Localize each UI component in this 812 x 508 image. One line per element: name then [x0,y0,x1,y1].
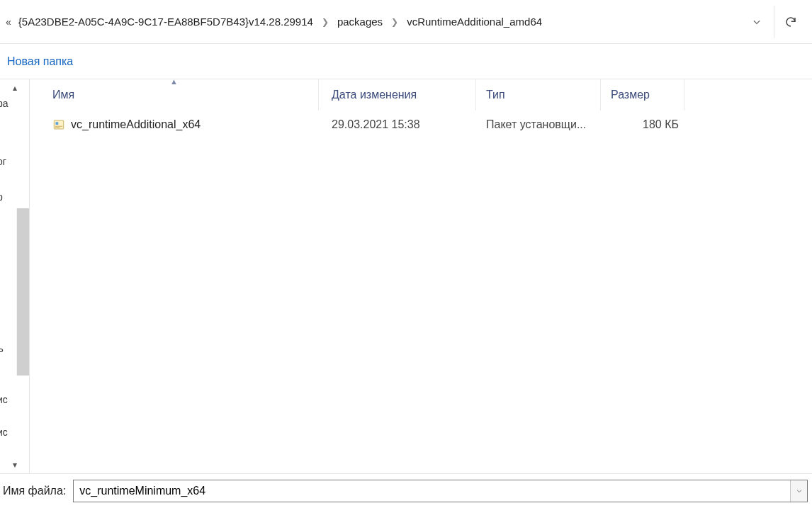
filename-label: Имя файла: [0,485,73,497]
breadcrumb-segment[interactable]: {5A23DBE2-A05C-4A9C-9C17-EA88BF5D7B43}v1… [14,11,317,32]
refresh-icon [784,16,797,28]
scroll-down-icon[interactable]: ▾ [0,456,29,473]
column-header-label: Тип [486,89,505,101]
breadcrumb-segment[interactable]: packages [333,11,387,32]
nav-item-fragment[interactable]: ис [0,427,20,438]
file-list[interactable]: vc_runtimeAdditional_x64 29.03.2021 15:3… [30,111,812,473]
msi-package-icon [52,118,65,131]
svg-rect-0 [54,120,64,129]
chevron-right-icon[interactable]: ❯ [317,17,333,27]
navigation-pane[interactable]: ▴ ра ог р ъ ис ис ▾ [0,79,30,473]
new-folder-button[interactable]: Новая папка [0,50,80,74]
nav-item-fragment[interactable]: ис [0,394,20,405]
column-headers: ▲ Имя Дата изменения Тип Размер [30,79,812,111]
file-type-cell: Пакет установщи... [476,118,601,131]
file-size-cell: 180 КБ [601,118,684,131]
nav-item-fragment[interactable]: ра [0,98,20,109]
file-dialog-root: « {5A23DBE2-A05C-4A9C-9C17-EA88BF5D7B43}… [0,0,812,508]
column-header-label: Имя [52,89,74,101]
scrollbar-thumb[interactable] [16,208,29,376]
table-row[interactable]: vc_runtimeAdditional_x64 29.03.2021 15:3… [30,111,812,139]
file-list-pane: ▲ Имя Дата изменения Тип Размер [30,79,812,473]
nav-item-fragment[interactable]: р [0,191,20,203]
breadcrumb-overflow-icon[interactable]: « [4,16,14,28]
filename-dropdown-button[interactable] [790,480,807,502]
breadcrumb-segment[interactable]: vcRuntimeAdditional_amd64 [402,11,546,32]
filename-input[interactable] [73,480,808,502]
scroll-up-icon[interactable]: ▴ [0,79,29,96]
chevron-down-icon [752,17,762,27]
chevron-down-icon [796,487,803,495]
column-header-size[interactable]: Размер [601,79,684,111]
column-header-name[interactable]: ▲ Имя [30,79,319,111]
file-name-cell[interactable]: vc_runtimeAdditional_x64 [30,118,319,131]
column-header-label: Дата изменения [332,89,417,101]
nav-item-fragment[interactable]: ог [0,156,20,167]
sort-ascending-icon: ▲ [170,77,178,86]
breadcrumb[interactable]: « {5A23DBE2-A05C-4A9C-9C17-EA88BF5D7B43}… [0,0,743,43]
column-header-date[interactable]: Дата изменения [319,79,476,111]
file-date-cell: 29.03.2021 15:38 [319,118,476,131]
column-header-label: Размер [611,89,650,101]
column-header-type[interactable]: Тип [476,79,601,111]
toolbar: Новая папка [0,44,812,79]
filename-bar: Имя файла: [0,473,812,508]
address-history-dropdown[interactable] [743,8,771,36]
main-area: ▴ ра ог р ъ ис ис ▾ ▲ Имя Дата изменения… [0,79,812,473]
file-name: vc_runtimeAdditional_x64 [71,118,201,131]
filename-field-wrapper [73,480,808,502]
address-bar: « {5A23DBE2-A05C-4A9C-9C17-EA88BF5D7B43}… [0,0,812,44]
svg-rect-1 [56,122,59,125]
refresh-button[interactable] [774,6,806,38]
chevron-right-icon[interactable]: ❯ [387,17,402,27]
